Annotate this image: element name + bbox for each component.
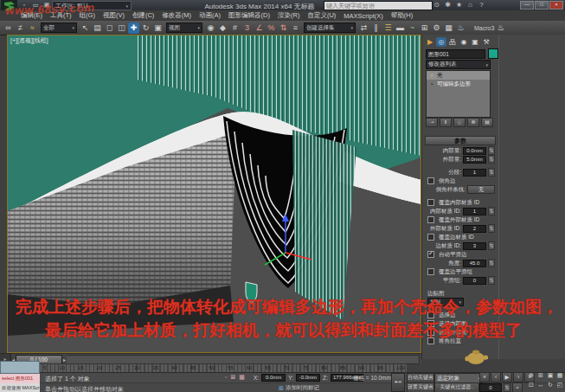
zoom-icon[interactable]: ⊕: [527, 371, 536, 380]
mirror-icon[interactable]: ⇄: [358, 22, 369, 34]
auto-smooth-checkbox[interactable]: [427, 251, 434, 258]
override-smooth-group-checkbox[interactable]: [427, 268, 434, 275]
stack-item-icon[interactable]: ○: [429, 73, 434, 78]
segments-field[interactable]: 1: [463, 169, 486, 177]
menu-customize[interactable]: 自定义(U): [307, 11, 336, 20]
layer-manager-icon[interactable]: ☰: [382, 22, 394, 34]
outer-id-field[interactable]: 2: [463, 225, 486, 233]
spinner-icon[interactable]: ⇅: [488, 168, 495, 177]
inner-amount-field[interactable]: 0.0mm: [463, 147, 486, 155]
configure-modifier-sets-icon[interactable]: ▤: [481, 118, 493, 127]
menu-views[interactable]: 视图(V): [103, 11, 125, 20]
browse-icon[interactable]: ✱: [444, 1, 452, 9]
zoom-extents-icon[interactable]: ▣: [546, 371, 555, 380]
macro-button[interactable]: Macro3: [474, 25, 494, 31]
y-coordinate-field[interactable]: -0.0mm: [296, 374, 320, 382]
offset-mode-icon[interactable]: ▩: [239, 374, 245, 381]
spinner-icon[interactable]: ⇅: [488, 207, 495, 215]
spinner-icon[interactable]: ⇅: [488, 146, 495, 155]
select-and-manipulate-icon[interactable]: ◆: [217, 22, 228, 34]
rendered-frame-icon[interactable]: ▦: [443, 22, 454, 34]
menu-create[interactable]: 创建(C): [132, 11, 154, 20]
menu-modifiers[interactable]: 修改器(M): [162, 11, 191, 20]
show-end-result-icon[interactable]: ‖: [440, 118, 452, 127]
curve-editor-icon[interactable]: ~: [407, 22, 418, 34]
stack-item-icon[interactable]: ▪: [429, 81, 434, 87]
bind-to-space-warp-icon[interactable]: ≈: [27, 22, 38, 34]
spinner-snap-icon[interactable]: ⇅: [278, 22, 289, 34]
viewport-label[interactable]: [+][透视][线框]: [10, 36, 48, 45]
spinner-icon[interactable]: ⇅: [488, 276, 495, 285]
listener-log-line[interactable]: 欢迎使用 MAXScr: [0, 383, 40, 392]
percent-snap-icon[interactable]: %: [266, 22, 277, 34]
window-crossing-icon[interactable]: ◫: [116, 22, 127, 34]
select-and-rotate-icon[interactable]: ↻: [140, 22, 151, 34]
spinner-icon[interactable]: ⇅: [488, 155, 495, 164]
inner-id-field[interactable]: 1: [463, 208, 486, 215]
previous-frame-icon[interactable]: ‹: [491, 372, 501, 382]
override-edge-id-checkbox[interactable]: [427, 234, 434, 241]
snap-toggle-3d-icon[interactable]: 3: [241, 22, 253, 34]
select-by-name-icon[interactable]: ▤: [92, 22, 103, 34]
tab-motion[interactable]: ◉: [459, 37, 469, 47]
listener-macro-line[interactable]: select 图形001: [0, 374, 40, 383]
angle-snap-icon[interactable]: ∠: [254, 22, 265, 34]
edit-named-selections-icon[interactable]: ≡: [290, 22, 301, 34]
bevel-edges-checkbox[interactable]: [427, 177, 434, 184]
remove-modifier-icon[interactable]: ⊗: [467, 118, 479, 127]
menu-rendering[interactable]: 渲染(R): [278, 11, 299, 20]
schematic-view-icon[interactable]: ⊞: [419, 22, 430, 34]
unlink-selection-icon[interactable]: ≠: [15, 22, 26, 34]
use-pivot-center-icon[interactable]: ◉: [205, 22, 216, 34]
pin-stack-icon[interactable]: ⊸: [426, 118, 438, 127]
select-and-move-icon[interactable]: ✚: [128, 22, 139, 34]
modifier-list-dropdown[interactable]: 修改器列表 ▾: [426, 60, 491, 69]
selection-filter-dropdown[interactable]: 全部▾: [41, 22, 77, 33]
play-icon[interactable]: ▶: [502, 372, 512, 382]
set-key-button[interactable]: ⊷: [391, 373, 405, 392]
add-time-tag[interactable]: ⊞ 添加时间标记: [279, 384, 319, 392]
override-inner-id-checkbox[interactable]: [427, 199, 434, 206]
search-icon[interactable]: ⊙: [433, 1, 440, 9]
zoom-extents-all-icon[interactable]: ▦: [555, 371, 564, 380]
maximize-viewport-icon[interactable]: ◰: [555, 381, 564, 389]
select-and-link-icon[interactable]: ∞: [3, 22, 14, 34]
spinner-icon[interactable]: ⇅: [488, 259, 495, 267]
render-production-icon[interactable]: ♨: [455, 22, 466, 34]
minimize-button[interactable]: —: [520, 1, 534, 10]
tab-create[interactable]: ▶: [425, 37, 435, 47]
named-selection-sets-dropdown[interactable]: 创建选择集▾: [304, 22, 356, 33]
next-frame-icon[interactable]: ›: [513, 372, 523, 382]
stack-item-shell[interactable]: ○ 壳: [427, 71, 490, 80]
isolate-selection-icon[interactable]: ◦: [225, 374, 227, 381]
spinner-icon[interactable]: ⇅: [488, 224, 495, 233]
object-name-field[interactable]: 图形001: [426, 49, 485, 59]
current-frame-field[interactable]: 0: [479, 383, 502, 392]
angle-field[interactable]: 45.0: [463, 260, 486, 267]
smooth-group-field[interactable]: 0: [463, 277, 486, 285]
outer-amount-field[interactable]: 5.0mm: [463, 156, 486, 164]
pan-icon[interactable]: ↔: [536, 381, 545, 389]
maximize-button[interactable]: □: [535, 1, 549, 10]
lock-selection-icon[interactable]: ⊠: [230, 374, 235, 381]
key-mode-toggle-icon[interactable]: ∘: [512, 382, 523, 392]
orbit-icon[interactable]: ↻: [546, 381, 555, 389]
zoom-region-icon[interactable]: ⊡: [527, 381, 536, 389]
parameters-rollout-header[interactable]: 参数: [425, 136, 496, 145]
maxscript-mini-listener[interactable]: select 图形001 欢迎使用 MAXScr: [0, 361, 40, 392]
zoom-all-icon[interactable]: ⊞: [536, 371, 545, 380]
keyboard-override-icon[interactable]: #: [229, 22, 241, 34]
communication-center-icon[interactable]: ⌂: [466, 1, 474, 9]
menu-maxscript[interactable]: MAXScript(X): [343, 12, 382, 20]
listener-scroll-area[interactable]: [0, 361, 40, 374]
teapot-icon[interactable]: ♨: [495, 22, 506, 34]
make-unique-icon[interactable]: ◇: [453, 118, 465, 127]
infocenter-search-input[interactable]: [324, 1, 433, 10]
x-coordinate-field[interactable]: 0.0mm: [261, 374, 286, 382]
rectangular-selection-icon[interactable]: ◻: [104, 22, 115, 34]
tab-display[interactable]: ▣: [470, 37, 480, 47]
select-and-scale-icon[interactable]: ▣: [152, 22, 164, 34]
edge-id-field[interactable]: 3: [463, 242, 486, 250]
tab-hierarchy[interactable]: 品: [447, 37, 458, 47]
time-slider-track[interactable]: [67, 355, 420, 364]
